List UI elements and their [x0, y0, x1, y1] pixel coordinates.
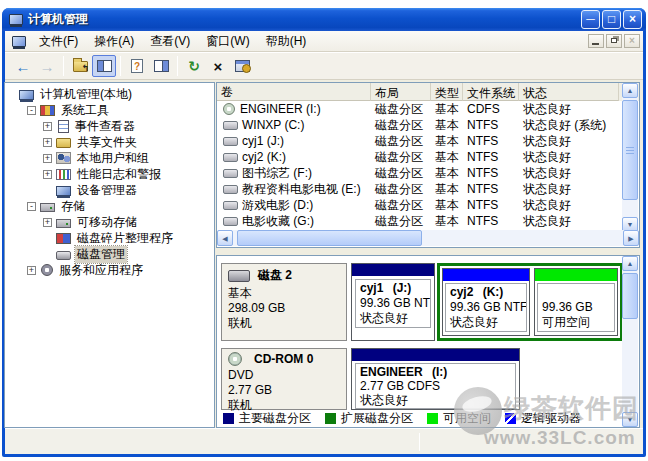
refresh-icon: ↻ — [188, 58, 200, 74]
free-space-status: 可用空间 — [542, 315, 610, 330]
tree-item-performance-logs[interactable]: + 性能日志和警报 — [5, 166, 214, 182]
tree-item-defragmenter[interactable]: 磁盘碎片整理程序 — [5, 230, 214, 246]
volume-list-header: 卷 布局 类型 文件系统 状态 — [217, 83, 639, 101]
status-bar — [5, 428, 643, 454]
legend-label: 扩展磁盘分区 — [341, 410, 413, 427]
scroll-left-icon[interactable]: ◀ — [217, 230, 233, 246]
partition-status: 状态良好 — [360, 393, 511, 407]
volume-row-winxp[interactable]: WINXP (C:) 磁盘分区 基本 NTFS 状态良好 (系统) — [217, 117, 623, 133]
column-header-volume[interactable]: 卷 — [217, 83, 371, 101]
expand-icon[interactable]: + — [27, 266, 36, 275]
menu-help[interactable]: 帮助(H) — [258, 31, 315, 52]
tree-item-event-viewer[interactable]: + 事件查看器 — [5, 118, 214, 134]
expand-icon[interactable]: + — [43, 138, 52, 147]
scrollbar-thumb[interactable] — [622, 100, 638, 200]
menu-view[interactable]: 查看(V) — [142, 31, 198, 52]
tree-item-local-users[interactable]: + 本地用户和组 — [5, 150, 214, 166]
volume-list-vertical-scrollbar[interactable]: ▲ ▼ — [622, 83, 638, 232]
tree-item-storage[interactable]: - 存储 — [5, 198, 214, 214]
partition-cyj2[interactable]: cyj2 (K:) 99.36 GB NTFS 状态良好 — [442, 268, 530, 336]
volume-list-horizontal-scrollbar[interactable]: ◀ ▶ — [217, 230, 639, 246]
volume-layout: 磁盘分区 — [371, 101, 431, 118]
minimize-button[interactable]: ─ — [581, 10, 600, 29]
collapse-icon[interactable]: - — [27, 106, 36, 115]
child-window-icon[interactable] — [12, 36, 26, 47]
volume-row-youxidianying[interactable]: 游戏电影 (D:) 磁盘分区 基本 NTFS 状态良好 — [217, 197, 623, 213]
disk-name: 磁盘 2 — [258, 267, 292, 284]
expand-icon[interactable]: + — [43, 122, 52, 131]
menu-file[interactable]: 文件(F) — [31, 31, 86, 52]
drive-icon — [223, 201, 238, 210]
title-bar[interactable]: 计算机管理 ─ □ × — [2, 8, 646, 31]
graphical-view-vertical-scrollbar[interactable]: ▲ ▼ — [622, 256, 638, 427]
console-window-button[interactable] — [230, 55, 254, 77]
extended-partition-group[interactable]: cyj2 (K:) 99.36 GB NTFS 状态良好 99.36 GB 可用… — [437, 263, 623, 341]
device-manager-icon — [56, 186, 71, 196]
legend-primary-partition: 主要磁盘分区 — [223, 410, 311, 427]
volume-type: 基本 — [431, 197, 463, 214]
column-header-filesystem[interactable]: 文件系统 — [463, 83, 519, 101]
maximize-button[interactable]: □ — [602, 10, 621, 29]
delete-button[interactable]: × — [206, 55, 230, 77]
menu-action[interactable]: 操作(A) — [86, 31, 142, 52]
column-header-layout[interactable]: 布局 — [371, 83, 431, 101]
refresh-button[interactable]: ↻ — [182, 55, 206, 77]
scroll-up-icon[interactable]: ▲ — [622, 83, 638, 98]
extended-partition-swatch — [325, 413, 336, 424]
volume-fs: NTFS — [463, 150, 519, 164]
disk2-label-panel[interactable]: 磁盘 2 基本 298.09 GB 联机 — [221, 263, 347, 341]
logical-drive-swatch — [505, 413, 516, 424]
tree-item-device-manager[interactable]: 设备管理器 — [5, 182, 214, 198]
tree-item-shared-folders[interactable]: + 共享文件夹 — [5, 134, 214, 150]
menu-window[interactable]: 窗口(W) — [198, 31, 257, 52]
partition-engineer[interactable]: ENGINEER (I:) 2.77 GB CDFS 状态良好 — [351, 348, 520, 410]
tree-item-removable-storage[interactable]: + 可移动存储 — [5, 214, 214, 230]
partition-cyj1[interactable]: cyj1 (J:) 99.36 GB NTFS 状态良好 — [351, 263, 435, 341]
volume-name: 教程资料电影电视 (E:) — [242, 181, 361, 198]
volume-row-engineer[interactable]: ENGINEER (I:) 磁盘分区 基本 CDFS 状态良好 — [217, 101, 623, 117]
expand-icon[interactable]: + — [43, 154, 52, 163]
back-button[interactable]: ← — [11, 55, 35, 77]
tree-item-label: 设备管理器 — [75, 182, 139, 199]
tree-item-label: 存储 — [59, 198, 87, 215]
tree-item-disk-management[interactable]: 磁盘管理 — [5, 246, 214, 262]
volume-row-jiaochengziliao[interactable]: 教程资料电影电视 (E:) 磁盘分区 基本 NTFS 状态良好 — [217, 181, 623, 197]
forward-button[interactable]: → — [35, 55, 59, 77]
toolbar-separator — [177, 56, 178, 76]
tree-item-system-tools[interactable]: - 系统工具 — [5, 102, 214, 118]
scrollbar-thumb[interactable] — [622, 273, 638, 319]
tree-item-services-applications[interactable]: + 服务和应用程序 — [5, 262, 214, 278]
volume-row-tushuzongyi[interactable]: 图书综艺 (F:) 磁盘分区 基本 NTFS 状态良好 — [217, 165, 623, 181]
expand-icon[interactable]: + — [43, 170, 52, 179]
scroll-down-icon[interactable]: ▼ — [622, 412, 638, 427]
volume-row-cyj2[interactable]: cyj2 (K:) 磁盘分区 基本 NTFS 状态良好 — [217, 149, 623, 165]
collapse-icon[interactable]: - — [27, 202, 36, 211]
cdrom0-label-panel[interactable]: CD-ROM 0 DVD 2.77 GB 联机 — [221, 348, 347, 410]
column-header-type[interactable]: 类型 — [431, 83, 463, 101]
child-restore-button[interactable] — [606, 34, 622, 48]
minimize-glyph — [592, 43, 599, 45]
partition-size: 2.77 GB CDFS — [360, 379, 511, 393]
expand-icon[interactable]: + — [43, 218, 52, 227]
free-space-region[interactable]: 99.36 GB 可用空间 — [534, 268, 618, 336]
properties-button[interactable]: ? — [125, 55, 149, 77]
volume-row-cyj1[interactable]: cyj1 (J:) 磁盘分区 基本 NTFS 状态良好 — [217, 133, 623, 149]
child-close-button[interactable]: × — [624, 34, 640, 48]
scroll-up-icon[interactable]: ▲ — [622, 256, 638, 271]
scroll-right-icon[interactable]: ▶ — [623, 230, 639, 246]
show-console-tree-button[interactable] — [92, 55, 116, 77]
tree-item-computer-management[interactable]: 计算机管理(本地) — [5, 86, 214, 102]
volume-fs: NTFS — [463, 118, 519, 132]
child-minimize-button[interactable] — [588, 34, 604, 48]
up-folder-button[interactable]: ↰ — [68, 55, 92, 77]
disk-name: CD-ROM 0 — [254, 352, 313, 366]
scrollbar-thumb[interactable] — [237, 230, 422, 246]
show-detail-pane-button[interactable] — [149, 55, 173, 77]
volume-row-dianyingshoucang[interactable]: 电影收藏 (G:) 磁盘分区 基本 NTFS 状态良好 — [217, 213, 623, 229]
close-button[interactable]: × — [623, 10, 642, 29]
properties-icon: ? — [131, 59, 143, 73]
volume-layout: 磁盘分区 — [371, 213, 431, 230]
drive-icon — [223, 153, 238, 162]
storage-icon — [40, 203, 55, 212]
column-header-status[interactable]: 状态 — [519, 83, 619, 101]
